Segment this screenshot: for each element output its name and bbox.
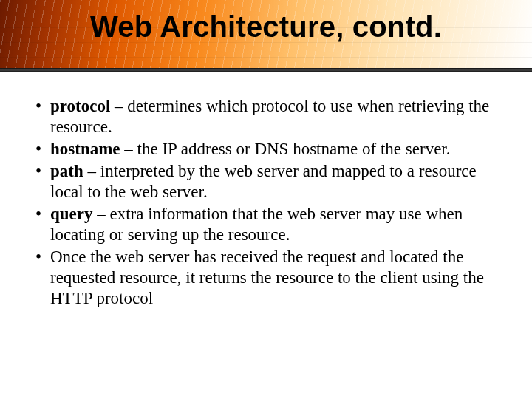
- list-item: path – interpreted by the web server and…: [30, 161, 502, 202]
- list-item: protocol – determines which protocol to …: [30, 96, 502, 137]
- bullet-text: – extra information that the web server …: [50, 205, 463, 244]
- list-item: query – extra information that the web s…: [30, 204, 502, 245]
- bullet-term: protocol: [50, 97, 110, 115]
- bullet-list: protocol – determines which protocol to …: [30, 96, 502, 309]
- list-item: Once the web server has received the req…: [30, 247, 502, 309]
- bullet-term: query: [50, 205, 93, 223]
- bullet-term: path: [50, 162, 83, 180]
- list-item: hostname – the IP address or DNS hostnam…: [30, 139, 502, 160]
- bullet-term: hostname: [50, 140, 120, 158]
- slide: Web Architecture, contd. protocol – dete…: [0, 0, 532, 399]
- slide-content: protocol – determines which protocol to …: [30, 96, 502, 310]
- slide-title: Web Architecture, contd.: [0, 10, 532, 44]
- bullet-text: – interpreted by the web server and mapp…: [50, 162, 477, 201]
- slide-header: Web Architecture, contd.: [0, 0, 532, 72]
- bullet-text: Once the web server has received the req…: [50, 248, 484, 307]
- header-separator: [0, 68, 532, 72]
- bullet-text: – determines which protocol to use when …: [50, 97, 489, 136]
- bullet-text: – the IP address or DNS hostname of the …: [120, 140, 451, 158]
